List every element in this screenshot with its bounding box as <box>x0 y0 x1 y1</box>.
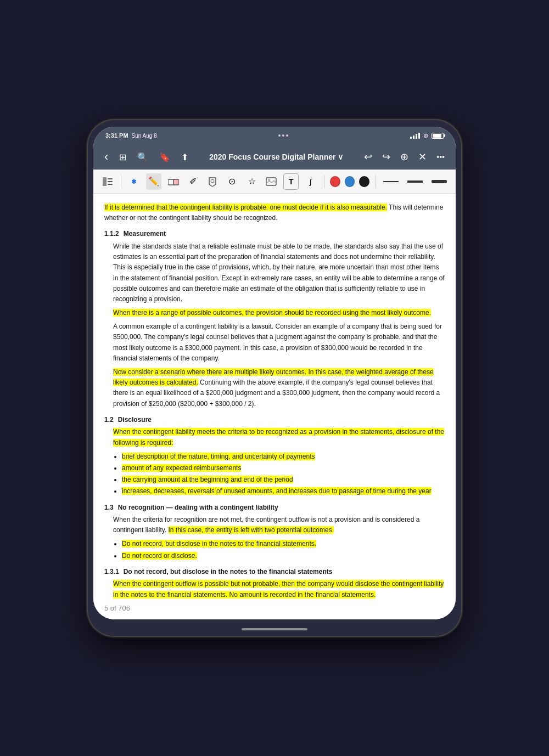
color-black-button[interactable] <box>359 176 369 187</box>
page-indicator-bar: 5 of 706 <box>93 599 456 619</box>
no-recognition-bullets: Do not record, but disclose in the notes… <box>122 539 445 561</box>
status-time-date: 3:31 PM Sun Aug 8 <box>105 132 157 139</box>
signal-bar2 <box>413 136 414 139</box>
search-button[interactable]: 🔍 <box>135 151 150 163</box>
measurement-para-1: While the standards state that a reliabl… <box>113 241 445 304</box>
section-1-3-1-id: 1.3.1 <box>104 567 119 577</box>
bullet-item: amount of any expected reimbursements <box>122 463 445 473</box>
pencil-tool-button[interactable]: ✐ <box>186 173 201 190</box>
pen-tool-button[interactable]: ✏️ <box>146 173 161 190</box>
bullet-text-1: brief description of the nature, timing,… <box>122 453 315 460</box>
line-thick-button[interactable] <box>429 180 449 183</box>
toolbar-separator-2 <box>324 175 324 188</box>
no-recognition-highlight: In this case, the entity is left with tw… <box>169 526 334 534</box>
home-bar <box>88 625 461 636</box>
bullet-item: the carrying amount at the beginning and… <box>122 475 445 485</box>
link-tool-button[interactable]: ∫ <box>303 173 318 190</box>
line-medium-button[interactable] <box>405 180 425 183</box>
document-title: 2020 Focus Course Digital Planner ∨ <box>197 153 355 161</box>
close-button[interactable]: ✕ <box>416 150 429 164</box>
bullet-text-3: the carrying amount at the beginning and… <box>122 476 293 483</box>
shapes-tool-button[interactable]: ☆ <box>244 173 260 190</box>
status-bar: 3:31 PM Sun Aug 8 ⊛ <box>93 127 456 144</box>
disclosure-intro: When the contingent liability meets the … <box>113 427 445 448</box>
bullet-text-4: increases, decreases, reversals of unuse… <box>122 487 432 495</box>
add-page-button[interactable]: ⊕ <box>398 150 411 164</box>
home-bar-line <box>242 628 307 630</box>
redo-button[interactable]: ↪ <box>380 150 393 164</box>
line-thin-icon <box>383 181 399 182</box>
no-rec-bullet-2: Do not record or disclose. <box>122 552 197 560</box>
share-button[interactable]: ⬆ <box>179 151 191 163</box>
intro-paragraph: If it is determined that the contingent … <box>104 202 445 223</box>
status-date: Sun Aug 8 <box>132 133 157 139</box>
battery-icon <box>432 133 444 139</box>
signal-bar4 <box>418 133 420 139</box>
more-options-button[interactable]: ••• <box>434 151 447 162</box>
svg-rect-2 <box>108 181 113 182</box>
signal-icon <box>410 132 420 139</box>
toolbar-separator-1 <box>121 175 121 188</box>
section-1-2-heading: 1.2 Disclosure <box>104 415 445 425</box>
image-tool-button[interactable] <box>264 173 279 190</box>
section-1-3-title: No recognition — dealing with a continge… <box>118 503 278 513</box>
bookmark-button[interactable]: 🔖 <box>157 151 172 163</box>
section-1-1-2-heading: 1.1.2 Measurement <box>104 229 445 239</box>
device-screen: 3:31 PM Sun Aug 8 ⊛ <box>93 127 456 619</box>
svg-rect-3 <box>108 184 113 185</box>
drawing-toolbar: ✱ ✏️ ✐ ⊙ ☆ T ∫ <box>93 170 456 194</box>
battery-fill <box>433 134 441 138</box>
wifi-icon: ⊛ <box>423 132 428 139</box>
section-1-3-1-heading: 1.3.1 Do not record, but disclose in the… <box>104 567 445 577</box>
signal-bar3 <box>416 134 417 139</box>
marker-tool-button[interactable] <box>205 173 220 190</box>
bullet-item: increases, decreases, reversals of unuse… <box>122 486 445 497</box>
line-thin-button[interactable] <box>381 181 401 182</box>
disclosure-bullet-list: brief description of the nature, timing,… <box>122 452 445 497</box>
bullet-text-2: amount of any expected reimbursements <box>122 464 241 472</box>
section-1-2-id: 1.2 <box>104 415 114 425</box>
dot2 <box>282 134 284 137</box>
section-1-3-id: 1.3 <box>104 503 114 513</box>
measurement-highlight-1: When there is a range of possible outcom… <box>113 309 431 317</box>
document-content[interactable]: If it is determined that the contingent … <box>93 194 456 599</box>
undo-button[interactable]: ↩ <box>362 150 374 164</box>
disclose-highlight-1: When the contingent outflow is possible … <box>113 580 444 598</box>
grid-button[interactable]: ⊞ <box>117 151 128 163</box>
page-indicator-text: 5 of 706 <box>104 604 130 612</box>
svg-rect-1 <box>108 178 113 179</box>
eraser-tool-button[interactable] <box>166 173 181 190</box>
back-button[interactable]: ‹ <box>102 149 110 165</box>
measurement-para-4: Now consider a scenario where there are … <box>113 367 445 409</box>
sidebar-toggle-button[interactable] <box>100 173 115 190</box>
intro-highlighted-text: If it is determined that the contingent … <box>104 204 387 211</box>
signal-bar1 <box>410 137 412 139</box>
no-recognition-para: When the criteria for recognition are no… <box>113 515 445 535</box>
status-right-icons: ⊛ <box>410 132 444 139</box>
device-frame: 3:31 PM Sun Aug 8 ⊛ <box>88 120 461 636</box>
dot1 <box>278 134 281 137</box>
line-thick-icon <box>432 180 447 183</box>
disclose-not-record-para-1: When the contingent outflow is possible … <box>113 579 445 599</box>
text-tool-button[interactable]: T <box>283 173 299 190</box>
color-red-button[interactable] <box>330 176 340 187</box>
section-1-3-heading: 1.3 No recognition — dealing with a cont… <box>104 503 445 513</box>
dot3 <box>286 134 288 137</box>
bullet-item: Do not record or disclose. <box>122 551 445 561</box>
section-1-1-2-id: 1.1.2 <box>104 229 119 239</box>
svg-rect-5 <box>173 179 179 185</box>
main-toolbar: ‹ ⊞ 🔍 🔖 ⬆ 2020 Focus Course Digital Plan… <box>93 144 456 170</box>
measurement-para-3: A common example of a contingent liabili… <box>113 321 445 364</box>
bluetooth-icon: ✱ <box>127 173 142 190</box>
measurement-para-2: When there is a range of possible outcom… <box>113 308 445 318</box>
section-1-1-2-title: Measurement <box>124 229 166 239</box>
svg-rect-0 <box>103 177 107 186</box>
line-medium-icon <box>407 180 423 183</box>
color-blue-button[interactable] <box>345 176 355 187</box>
disclosure-highlight: When the contingent liability meets the … <box>113 428 444 446</box>
lasso-tool-button[interactable]: ⊙ <box>225 173 240 190</box>
section-1-3-1-title: Do not record, but disclose in the notes… <box>124 567 333 577</box>
section-1-2-title: Disclosure <box>118 415 152 425</box>
status-time: 3:31 PM <box>105 132 128 139</box>
bullet-item: Do not record, but disclose in the notes… <box>122 539 445 549</box>
